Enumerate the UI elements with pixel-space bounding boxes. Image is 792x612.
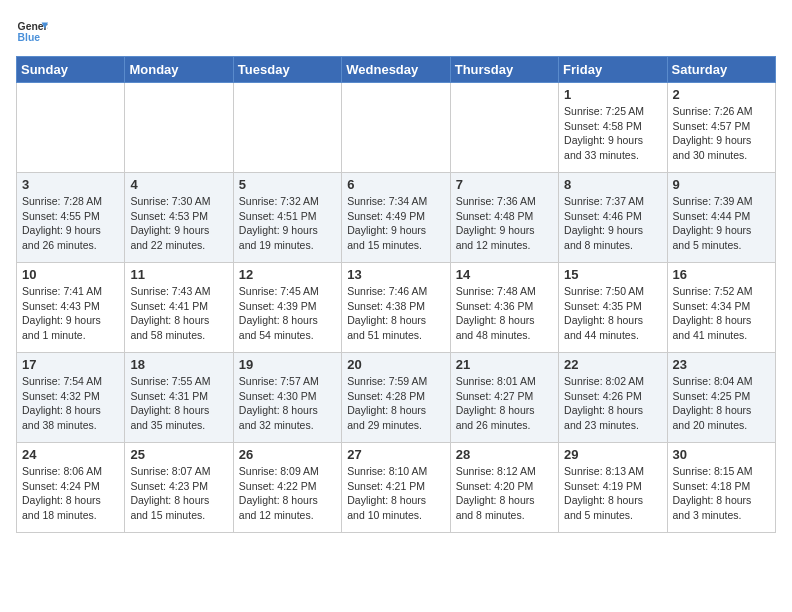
- day-number: 13: [347, 267, 444, 282]
- calendar-cell: 18Sunrise: 7:55 AM Sunset: 4:31 PM Dayli…: [125, 353, 233, 443]
- weekday-header-monday: Monday: [125, 57, 233, 83]
- day-number: 17: [22, 357, 119, 372]
- day-number: 14: [456, 267, 553, 282]
- page-header: General Blue: [16, 16, 776, 48]
- calendar-cell: 24Sunrise: 8:06 AM Sunset: 4:24 PM Dayli…: [17, 443, 125, 533]
- day-number: 28: [456, 447, 553, 462]
- calendar-cell: 8Sunrise: 7:37 AM Sunset: 4:46 PM Daylig…: [559, 173, 667, 263]
- day-info: Sunrise: 8:15 AM Sunset: 4:18 PM Dayligh…: [673, 464, 770, 523]
- calendar-cell: [342, 83, 450, 173]
- weekday-header-sunday: Sunday: [17, 57, 125, 83]
- weekday-header-saturday: Saturday: [667, 57, 775, 83]
- day-info: Sunrise: 7:55 AM Sunset: 4:31 PM Dayligh…: [130, 374, 227, 433]
- day-info: Sunrise: 7:34 AM Sunset: 4:49 PM Dayligh…: [347, 194, 444, 253]
- day-number: 29: [564, 447, 661, 462]
- day-info: Sunrise: 7:50 AM Sunset: 4:35 PM Dayligh…: [564, 284, 661, 343]
- calendar-cell: 27Sunrise: 8:10 AM Sunset: 4:21 PM Dayli…: [342, 443, 450, 533]
- calendar-cell: 25Sunrise: 8:07 AM Sunset: 4:23 PM Dayli…: [125, 443, 233, 533]
- day-number: 2: [673, 87, 770, 102]
- calendar-cell: 20Sunrise: 7:59 AM Sunset: 4:28 PM Dayli…: [342, 353, 450, 443]
- day-info: Sunrise: 8:04 AM Sunset: 4:25 PM Dayligh…: [673, 374, 770, 433]
- calendar-cell: 21Sunrise: 8:01 AM Sunset: 4:27 PM Dayli…: [450, 353, 558, 443]
- weekday-header-friday: Friday: [559, 57, 667, 83]
- day-info: Sunrise: 7:48 AM Sunset: 4:36 PM Dayligh…: [456, 284, 553, 343]
- calendar-body: 1Sunrise: 7:25 AM Sunset: 4:58 PM Daylig…: [17, 83, 776, 533]
- day-number: 20: [347, 357, 444, 372]
- calendar-cell: 30Sunrise: 8:15 AM Sunset: 4:18 PM Dayli…: [667, 443, 775, 533]
- day-number: 6: [347, 177, 444, 192]
- calendar-cell: 22Sunrise: 8:02 AM Sunset: 4:26 PM Dayli…: [559, 353, 667, 443]
- day-info: Sunrise: 7:39 AM Sunset: 4:44 PM Dayligh…: [673, 194, 770, 253]
- weekday-header-wednesday: Wednesday: [342, 57, 450, 83]
- day-info: Sunrise: 7:37 AM Sunset: 4:46 PM Dayligh…: [564, 194, 661, 253]
- logo-icon: General Blue: [16, 16, 48, 48]
- calendar-header-row: SundayMondayTuesdayWednesdayThursdayFrid…: [17, 57, 776, 83]
- day-info: Sunrise: 8:13 AM Sunset: 4:19 PM Dayligh…: [564, 464, 661, 523]
- day-info: Sunrise: 8:10 AM Sunset: 4:21 PM Dayligh…: [347, 464, 444, 523]
- day-number: 26: [239, 447, 336, 462]
- day-number: 23: [673, 357, 770, 372]
- calendar-cell: 16Sunrise: 7:52 AM Sunset: 4:34 PM Dayli…: [667, 263, 775, 353]
- day-info: Sunrise: 8:01 AM Sunset: 4:27 PM Dayligh…: [456, 374, 553, 433]
- calendar-cell: 10Sunrise: 7:41 AM Sunset: 4:43 PM Dayli…: [17, 263, 125, 353]
- day-info: Sunrise: 8:12 AM Sunset: 4:20 PM Dayligh…: [456, 464, 553, 523]
- day-number: 12: [239, 267, 336, 282]
- day-number: 19: [239, 357, 336, 372]
- day-number: 7: [456, 177, 553, 192]
- day-number: 3: [22, 177, 119, 192]
- day-info: Sunrise: 8:02 AM Sunset: 4:26 PM Dayligh…: [564, 374, 661, 433]
- calendar-cell: 3Sunrise: 7:28 AM Sunset: 4:55 PM Daylig…: [17, 173, 125, 263]
- calendar-table: SundayMondayTuesdayWednesdayThursdayFrid…: [16, 56, 776, 533]
- day-number: 27: [347, 447, 444, 462]
- calendar-cell: 17Sunrise: 7:54 AM Sunset: 4:32 PM Dayli…: [17, 353, 125, 443]
- calendar-cell: 29Sunrise: 8:13 AM Sunset: 4:19 PM Dayli…: [559, 443, 667, 533]
- svg-text:Blue: Blue: [18, 32, 41, 43]
- day-info: Sunrise: 7:28 AM Sunset: 4:55 PM Dayligh…: [22, 194, 119, 253]
- calendar-cell: 7Sunrise: 7:36 AM Sunset: 4:48 PM Daylig…: [450, 173, 558, 263]
- day-info: Sunrise: 7:46 AM Sunset: 4:38 PM Dayligh…: [347, 284, 444, 343]
- day-info: Sunrise: 7:57 AM Sunset: 4:30 PM Dayligh…: [239, 374, 336, 433]
- calendar-cell: [17, 83, 125, 173]
- day-number: 21: [456, 357, 553, 372]
- day-info: Sunrise: 7:26 AM Sunset: 4:57 PM Dayligh…: [673, 104, 770, 163]
- day-info: Sunrise: 7:30 AM Sunset: 4:53 PM Dayligh…: [130, 194, 227, 253]
- calendar-cell: 5Sunrise: 7:32 AM Sunset: 4:51 PM Daylig…: [233, 173, 341, 263]
- weekday-header-tuesday: Tuesday: [233, 57, 341, 83]
- day-info: Sunrise: 7:59 AM Sunset: 4:28 PM Dayligh…: [347, 374, 444, 433]
- day-number: 25: [130, 447, 227, 462]
- day-number: 11: [130, 267, 227, 282]
- day-info: Sunrise: 7:41 AM Sunset: 4:43 PM Dayligh…: [22, 284, 119, 343]
- day-info: Sunrise: 7:25 AM Sunset: 4:58 PM Dayligh…: [564, 104, 661, 163]
- weekday-header-thursday: Thursday: [450, 57, 558, 83]
- day-info: Sunrise: 8:07 AM Sunset: 4:23 PM Dayligh…: [130, 464, 227, 523]
- calendar-cell: [125, 83, 233, 173]
- calendar-cell: 9Sunrise: 7:39 AM Sunset: 4:44 PM Daylig…: [667, 173, 775, 263]
- calendar-cell: [233, 83, 341, 173]
- day-number: 10: [22, 267, 119, 282]
- day-number: 1: [564, 87, 661, 102]
- calendar-cell: 4Sunrise: 7:30 AM Sunset: 4:53 PM Daylig…: [125, 173, 233, 263]
- day-info: Sunrise: 7:52 AM Sunset: 4:34 PM Dayligh…: [673, 284, 770, 343]
- day-number: 15: [564, 267, 661, 282]
- calendar-cell: 28Sunrise: 8:12 AM Sunset: 4:20 PM Dayli…: [450, 443, 558, 533]
- day-info: Sunrise: 7:45 AM Sunset: 4:39 PM Dayligh…: [239, 284, 336, 343]
- calendar-cell: 6Sunrise: 7:34 AM Sunset: 4:49 PM Daylig…: [342, 173, 450, 263]
- calendar-cell: 23Sunrise: 8:04 AM Sunset: 4:25 PM Dayli…: [667, 353, 775, 443]
- day-info: Sunrise: 7:43 AM Sunset: 4:41 PM Dayligh…: [130, 284, 227, 343]
- day-info: Sunrise: 7:54 AM Sunset: 4:32 PM Dayligh…: [22, 374, 119, 433]
- day-number: 24: [22, 447, 119, 462]
- day-number: 22: [564, 357, 661, 372]
- day-info: Sunrise: 8:09 AM Sunset: 4:22 PM Dayligh…: [239, 464, 336, 523]
- day-info: Sunrise: 8:06 AM Sunset: 4:24 PM Dayligh…: [22, 464, 119, 523]
- calendar-cell: 11Sunrise: 7:43 AM Sunset: 4:41 PM Dayli…: [125, 263, 233, 353]
- calendar-cell: 2Sunrise: 7:26 AM Sunset: 4:57 PM Daylig…: [667, 83, 775, 173]
- calendar-cell: 1Sunrise: 7:25 AM Sunset: 4:58 PM Daylig…: [559, 83, 667, 173]
- calendar-week-1: 1Sunrise: 7:25 AM Sunset: 4:58 PM Daylig…: [17, 83, 776, 173]
- logo: General Blue: [16, 16, 48, 48]
- calendar-cell: 13Sunrise: 7:46 AM Sunset: 4:38 PM Dayli…: [342, 263, 450, 353]
- calendar-week-2: 3Sunrise: 7:28 AM Sunset: 4:55 PM Daylig…: [17, 173, 776, 263]
- calendar-week-3: 10Sunrise: 7:41 AM Sunset: 4:43 PM Dayli…: [17, 263, 776, 353]
- calendar-cell: 12Sunrise: 7:45 AM Sunset: 4:39 PM Dayli…: [233, 263, 341, 353]
- day-number: 30: [673, 447, 770, 462]
- day-number: 16: [673, 267, 770, 282]
